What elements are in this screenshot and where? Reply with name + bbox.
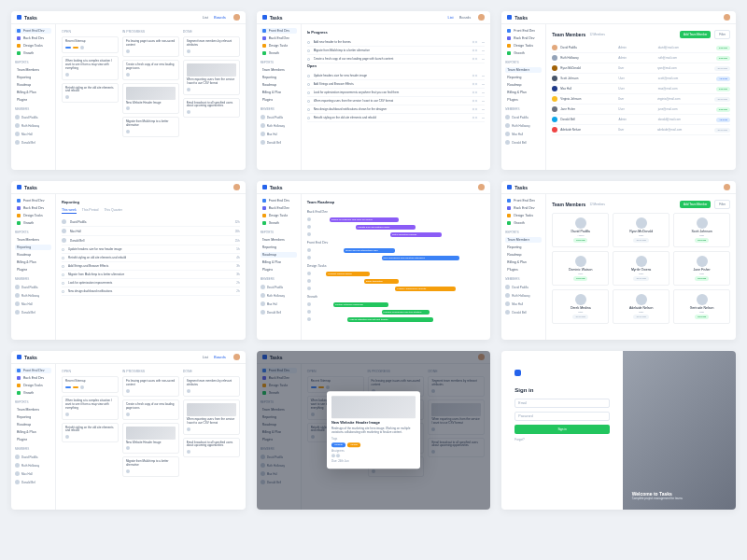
sidebar-page[interactable]: Billing & Plan — [15, 429, 51, 435]
tag-chip[interactable]: Header — [347, 443, 360, 448]
checkbox-icon[interactable] — [307, 41, 310, 44]
task-row[interactable]: Migrate from Mailchimp to a better alter… — [307, 47, 486, 55]
member-card[interactable]: Gertrude NelsonUserONLINE — [673, 289, 730, 324]
sidebar-project[interactable]: Front End Dev — [15, 368, 51, 373]
gantt-bar[interactable]: Email templates — [364, 279, 399, 284]
reporting-tab[interactable]: This Period — [82, 208, 99, 214]
sidebar-project[interactable]: Growth — [15, 390, 51, 396]
sidebar-member[interactable]: Max Hall — [15, 301, 51, 307]
sidebar-page[interactable]: Billing & Plan — [261, 259, 297, 265]
user-avatar[interactable] — [233, 184, 240, 190]
sidebar-member[interactable]: David Padilla — [15, 284, 51, 290]
sidebar-project[interactable]: Design Tasks — [505, 213, 542, 218]
kanban-card[interactable]: When exporting users from the service I … — [183, 399, 240, 435]
report-row[interactable]: Donald Bell25h — [62, 236, 240, 245]
sidebar-page[interactable]: Roadmap — [505, 252, 542, 258]
kanban-card[interactable]: Fix leaving page issues with non-saved c… — [122, 36, 179, 57]
kanban-card[interactable]: Recent Sitemap — [62, 376, 119, 393]
add-member-button[interactable]: Add Team Member — [680, 201, 711, 208]
sidebar-member[interactable]: Donald Bell — [15, 309, 51, 315]
sidebar-page[interactable]: Plugins — [15, 97, 51, 103]
sidebar-page[interactable]: Billing & Plan — [15, 259, 51, 265]
kanban-card[interactable]: Email broadcast to all specified users a… — [183, 98, 240, 119]
checkbox-icon[interactable] — [307, 117, 310, 119]
sidebar-page[interactable]: Team Members — [505, 67, 542, 73]
assignee-avatar[interactable] — [331, 455, 335, 458]
sidebar-project[interactable]: Design Tasks — [15, 383, 51, 388]
task-row[interactable]: Create a fresh copy of our new loading p… — [307, 55, 486, 63]
sidebar-page[interactable]: Reporting — [15, 245, 51, 250]
tab-boards[interactable]: Boards — [459, 15, 472, 20]
sidebar-page[interactable]: Plugins — [15, 267, 51, 273]
sidebar-project[interactable]: Design Tasks — [15, 43, 51, 49]
sidebar-page[interactable]: Reporting — [505, 245, 542, 250]
user-avatar[interactable] — [233, 14, 240, 21]
kanban-card[interactable]: Retrofit styling on the old site element… — [62, 423, 119, 443]
sidebar-page[interactable]: Reporting — [505, 75, 542, 80]
sidebar-project[interactable]: Growth — [261, 50, 297, 56]
report-row[interactable]: Add Strings and Browser Effects3h — [62, 262, 240, 271]
task-row[interactable]: When exporting users from the service I … — [307, 97, 486, 105]
sidebar-page[interactable]: Team Members — [261, 67, 297, 73]
tab-boards[interactable]: Boards — [214, 15, 226, 20]
task-row[interactable]: Add new header to the frames⋯ — [307, 38, 486, 47]
kanban-card[interactable]: Email broadcast to all specified users a… — [183, 438, 240, 458]
sidebar-project[interactable]: Back End Dev — [261, 205, 297, 211]
sidebar-project[interactable]: Back End Dev — [505, 205, 542, 211]
sidebar-member[interactable]: Ruth Holloway — [261, 122, 297, 129]
sidebar-member[interactable]: Donald Bell — [505, 139, 542, 146]
checkbox-icon[interactable] — [307, 108, 310, 111]
sidebar-member[interactable]: Donald Bell — [15, 479, 51, 485]
member-row[interactable]: Jane FisherUserjane@mail.comONLINE — [552, 105, 730, 115]
sidebar-project[interactable]: Design Tasks — [261, 213, 297, 218]
member-row[interactable]: Scott JohnsonUserscott@mail.comACTIVE — [552, 74, 730, 84]
sidebar-project[interactable]: Growth — [15, 50, 51, 56]
sidebar-member[interactable]: Max Hall — [261, 301, 297, 307]
gantt-bar[interactable]: Partner outreach campaign — [333, 302, 388, 307]
sidebar-page[interactable]: Billing & Plan — [261, 90, 297, 95]
member-row[interactable]: Virginia JohnsonUservirginia@mail.comOFF… — [552, 94, 730, 105]
report-row[interactable]: Retrofit styling on old site elements an… — [62, 254, 240, 262]
kanban-card[interactable]: Create a fresh copy of our new loading p… — [122, 60, 179, 80]
sidebar-project[interactable]: Front End Dev — [505, 28, 542, 34]
add-member-button[interactable]: Add Team Member — [680, 31, 711, 38]
sidebar-page[interactable]: Roadmap — [505, 82, 542, 88]
sidebar-member[interactable]: Max Hall — [261, 131, 297, 137]
task-row[interactable]: Add Strings and Browser Effects⋯ — [307, 80, 486, 89]
member-card[interactable]: Scott JohnsonUserONLINE — [673, 213, 730, 247]
sidebar-member[interactable]: Donald Bell — [261, 309, 297, 315]
member-row[interactable]: Donald BellAdmindonald@mail.comACTIVE — [552, 115, 730, 125]
sidebar-page[interactable]: Team Members — [15, 67, 51, 73]
kanban-card[interactable]: Fix leaving page issues with non-saved c… — [122, 376, 179, 397]
sidebar-project[interactable]: Front End Dev — [261, 28, 297, 34]
sidebar-member[interactable]: David Padilla — [261, 114, 297, 120]
tab-list[interactable]: List — [447, 15, 453, 20]
tab-list[interactable]: List — [203, 15, 208, 20]
user-avatar[interactable] — [478, 184, 485, 190]
checkbox-icon[interactable] — [307, 91, 310, 94]
sidebar-page[interactable]: Plugins — [261, 97, 297, 103]
kanban-card[interactable]: New Website Header Image — [122, 423, 179, 455]
member-card[interactable]: Derek MedinaUserOFFLINE — [552, 289, 609, 324]
kanban-card[interactable]: Create a fresh copy of our new loading p… — [122, 399, 179, 420]
kanban-card[interactable]: When looking at a complex situation I wa… — [62, 396, 119, 420]
sidebar-project[interactable]: Front End Dev — [505, 198, 542, 203]
signin-button[interactable]: Sign in — [514, 425, 609, 434]
sidebar-page[interactable]: Reporting — [15, 414, 51, 420]
sidebar-page[interactable]: Reporting — [261, 245, 297, 250]
kanban-card[interactable]: Recent Sitemap — [62, 36, 119, 53]
sidebar-member[interactable]: David Padilla — [505, 284, 542, 290]
member-row[interactable]: Ryan McDonaldUserryan@mail.comOFFLINE — [552, 63, 730, 74]
sidebar-page[interactable]: Plugins — [505, 97, 542, 103]
kanban-card[interactable]: Segment team members by relevant attribu… — [183, 376, 240, 397]
user-avatar[interactable] — [478, 14, 485, 21]
checkbox-icon[interactable] — [307, 58, 310, 61]
reporting-tab[interactable]: This week — [62, 208, 77, 214]
kanban-card[interactable]: Segment team members by relevant attribu… — [183, 36, 240, 57]
sidebar-page[interactable]: Team Members — [15, 407, 51, 413]
report-row[interactable]: Look for optimization improvements2h — [62, 279, 240, 287]
member-row[interactable]: Max HallUsermax@mail.comONLINE — [552, 84, 730, 94]
sidebar-project[interactable]: Design Tasks — [261, 43, 297, 49]
sidebar-member[interactable]: Max Hall — [505, 301, 542, 307]
gantt-bar[interactable]: Styles and api integrations plan — [344, 248, 395, 253]
